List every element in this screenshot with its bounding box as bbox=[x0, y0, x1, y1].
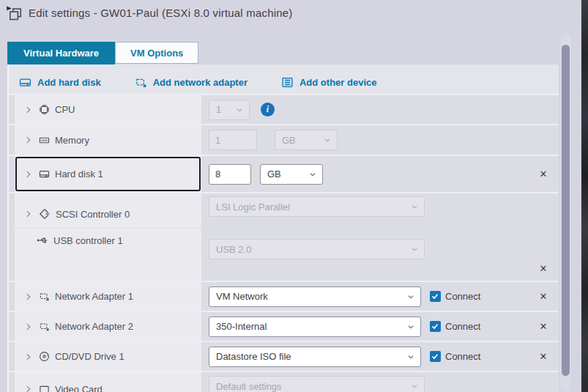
chevron-right-icon[interactable] bbox=[23, 292, 34, 302]
other-device-icon bbox=[281, 76, 294, 89]
chevron-down-icon bbox=[409, 244, 420, 254]
cpu-count-value: 1 bbox=[216, 104, 221, 115]
hard-disk-unit-value: GB bbox=[267, 169, 281, 180]
chevron-down-icon bbox=[234, 105, 245, 115]
checkbox-checked-icon[interactable] bbox=[430, 291, 441, 302]
scsi-controller-label-row[interactable]: SCSI Controller 0 bbox=[15, 193, 201, 220]
cd-dvd-connect[interactable]: Connect bbox=[430, 351, 480, 362]
chevron-down-icon bbox=[406, 352, 416, 362]
hard-disk-controls: GB ✕ bbox=[201, 156, 559, 192]
hard-disk-unit-select[interactable]: GB bbox=[260, 164, 323, 185]
network-adapter-2-label-cell[interactable]: Network Adapter 2 bbox=[15, 312, 201, 341]
remove-usb-controller-button[interactable]: ✕ bbox=[537, 262, 550, 275]
connect-label: Connect bbox=[445, 351, 480, 362]
tab-virtual-hardware[interactable]: Virtual Hardware bbox=[7, 42, 115, 64]
cpu-label: CPU bbox=[55, 104, 75, 115]
cd-dvd-label-cell[interactable]: CD/DVD Drive 1 bbox=[15, 342, 201, 371]
memory-size-input bbox=[209, 130, 257, 150]
add-other-device-button[interactable]: Add other device bbox=[281, 76, 376, 89]
memory-controls: GB bbox=[201, 125, 559, 155]
connect-label: Connect bbox=[445, 321, 480, 332]
usb-version-select: USB 2.0 bbox=[209, 239, 425, 259]
network-adapter-1-controls: VM Network Connect ✕ bbox=[201, 282, 559, 311]
tab-vm-options-label: VM Options bbox=[130, 48, 183, 59]
chevron-down-icon bbox=[409, 201, 420, 212]
hard-disk-label-cell[interactable]: Hard disk 1 bbox=[15, 156, 201, 192]
cpu-info-icon[interactable]: i bbox=[261, 103, 275, 117]
chevron-down-icon bbox=[406, 322, 416, 332]
network-adapter-1-row: Network Adapter 1 VM Network Connect ✕ bbox=[9, 281, 559, 311]
chevron-down-icon bbox=[322, 135, 332, 145]
cpu-controls: 1 i bbox=[201, 95, 559, 124]
scsi-controller-label: SCSI Controller 0 bbox=[56, 209, 130, 220]
dialog-title: Edit settings - GW01-Paul (ESXi 8.0 virt… bbox=[29, 7, 293, 19]
network-adapter-2-row: Network Adapter 2 350-Internal Connect ✕ bbox=[9, 311, 559, 341]
cd-dvd-controls: Datastore ISO file Connect ✕ bbox=[201, 342, 559, 371]
cd-dvd-media-value: Datastore ISO file bbox=[216, 351, 291, 362]
checkbox-checked-icon[interactable] bbox=[430, 351, 441, 362]
add-hard-disk-label: Add hard disk bbox=[37, 77, 101, 88]
video-card-row: Video Card Default settings bbox=[9, 371, 559, 392]
network-adapter-1-select[interactable]: VM Network bbox=[209, 286, 421, 307]
add-network-adapter-button[interactable]: Add network adapter bbox=[135, 76, 248, 89]
checkbox-checked-icon[interactable] bbox=[430, 321, 441, 332]
cpu-count-select: 1 bbox=[209, 100, 250, 120]
scsi-usb-controls: LSI Logic Parallel USB 2.0 ✕ bbox=[201, 193, 559, 281]
video-card-setting-value: Default settings bbox=[216, 381, 282, 392]
add-network-adapter-label: Add network adapter bbox=[153, 77, 248, 88]
chevron-right-icon[interactable] bbox=[23, 209, 34, 219]
tab-vm-options[interactable]: VM Options bbox=[115, 42, 198, 64]
chevron-down-icon bbox=[308, 169, 318, 180]
vertical-scrollbar-track[interactable] bbox=[560, 33, 571, 392]
network-adapter-icon bbox=[39, 291, 50, 302]
chevron-down-icon bbox=[409, 381, 420, 391]
cd-dvd-label: CD/DVD Drive 1 bbox=[55, 351, 124, 362]
network-adapter-icon bbox=[39, 321, 50, 332]
scsi-usb-label-cell: SCSI Controller 0 USB controller 1 bbox=[15, 193, 201, 281]
chevron-right-icon[interactable] bbox=[23, 384, 34, 392]
chevron-right-icon[interactable] bbox=[23, 135, 34, 145]
cpu-label-cell[interactable]: CPU bbox=[15, 95, 201, 124]
add-hard-disk-button[interactable]: Add hard disk bbox=[19, 76, 101, 89]
background-app-edge bbox=[581, 0, 588, 392]
chevron-right-icon[interactable] bbox=[23, 169, 34, 180]
remove-cd-dvd-button[interactable]: ✕ bbox=[537, 350, 550, 363]
remove-network-adapter-1-button[interactable]: ✕ bbox=[537, 290, 550, 303]
memory-label-cell[interactable]: Memory bbox=[15, 125, 201, 155]
dialog-titlebar: Edit settings - GW01-Paul (ESXi 8.0 virt… bbox=[6, 4, 293, 21]
scsi-type-value: LSI Logic Parallel bbox=[216, 201, 290, 212]
cd-dvd-media-select[interactable]: Datastore ISO file bbox=[209, 347, 421, 367]
memory-unit-value: GB bbox=[282, 135, 296, 146]
chevron-right-icon[interactable] bbox=[23, 352, 34, 362]
memory-label: Memory bbox=[55, 135, 89, 146]
network-adapter-2-controls: 350-Internal Connect ✕ bbox=[201, 312, 559, 341]
device-toolbar: Add hard disk Add network adapter Add ot… bbox=[9, 64, 559, 94]
network-adapter-2-select[interactable]: 350-Internal bbox=[209, 317, 421, 337]
usb-controller-label: USB controller 1 bbox=[53, 235, 123, 246]
video-card-label-cell[interactable]: Video Card bbox=[15, 372, 201, 392]
usb-version-value: USB 2.0 bbox=[216, 244, 251, 255]
vertical-scrollbar-thumb[interactable] bbox=[562, 45, 570, 376]
memory-icon bbox=[39, 135, 50, 146]
video-card-label: Video Card bbox=[55, 384, 103, 392]
network-adapter-1-value: VM Network bbox=[216, 291, 268, 302]
cd-dvd-row: CD/DVD Drive 1 Datastore ISO file Connec… bbox=[9, 341, 559, 371]
network-adapter-2-value: 350-Internal bbox=[216, 321, 267, 332]
usb-controller-label-row[interactable]: USB controller 1 bbox=[15, 228, 201, 246]
hard-disk-icon bbox=[39, 169, 50, 180]
remove-hard-disk-button[interactable]: ✕ bbox=[537, 168, 550, 181]
connect-label: Connect bbox=[445, 291, 480, 302]
virtual-hardware-panel: Add hard disk Add network adapter Add ot… bbox=[7, 64, 559, 392]
network-adapter-1-label-cell[interactable]: Network Adapter 1 bbox=[15, 282, 201, 311]
chevron-right-icon[interactable] bbox=[23, 322, 34, 332]
chevron-right-icon[interactable] bbox=[23, 105, 34, 115]
tab-bar: Virtual Hardware VM Options bbox=[7, 42, 198, 64]
network-adapter-1-connect[interactable]: Connect bbox=[430, 291, 480, 302]
hard-disk-size-input[interactable] bbox=[209, 164, 251, 185]
hard-disk-icon bbox=[19, 76, 31, 89]
memory-row: Memory GB bbox=[9, 124, 559, 155]
remove-network-adapter-2-button[interactable]: ✕ bbox=[537, 320, 550, 333]
usb-icon bbox=[37, 234, 48, 246]
chevron-down-icon bbox=[406, 292, 416, 302]
network-adapter-2-connect[interactable]: Connect bbox=[430, 321, 480, 332]
